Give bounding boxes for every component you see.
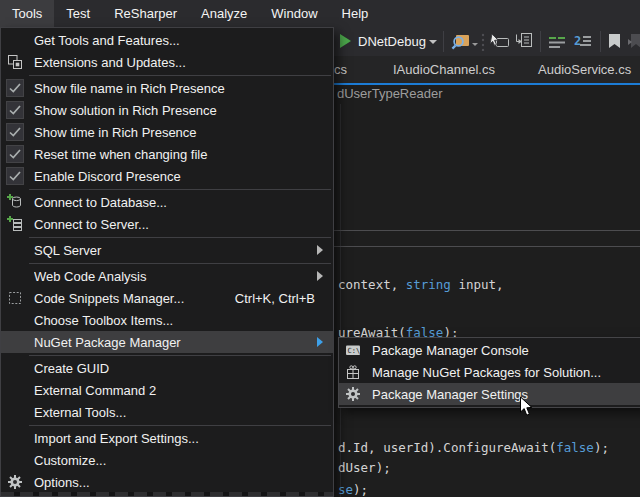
mouse-cursor: [519, 396, 534, 417]
toolbar-separator: [443, 31, 444, 52]
debug-target-dropdown[interactable]: DNetDebug: [358, 27, 426, 56]
tools-menu-item-extensions-and-updates[interactable]: Extensions and Updates...: [1, 51, 333, 73]
tools-menu-separator: [29, 237, 331, 238]
code-line: dUser);: [338, 460, 391, 476]
find-caret-icon[interactable]: [472, 43, 478, 46]
menu-item-label: Web Code Analysis: [34, 269, 317, 284]
menu-item-label: Connect to Database...: [34, 195, 329, 210]
menu-item-label: Enable Discord Presence: [34, 169, 329, 184]
empty-icon-slot: [5, 429, 25, 447]
indent-lines-icon[interactable]: [548, 35, 566, 53]
menu-item-label: Show file name in Rich Presence: [34, 81, 329, 96]
menu-item-label: Extensions and Updates...: [34, 55, 329, 70]
menubar-item-resharper[interactable]: ReSharper: [102, 0, 189, 27]
tools-menu-item-code-snippets-manager[interactable]: Code Snippets Manager...Ctrl+K, Ctrl+B: [1, 287, 333, 309]
tools-menu-item-enable-discord-presence[interactable]: Enable Discord Presence: [1, 165, 333, 187]
check-icon: [6, 167, 24, 185]
navigate-to-icon[interactable]: [490, 34, 510, 53]
tools-menu-item-nuget-package-manager[interactable]: NuGet Package Manager: [1, 331, 333, 353]
server-add-icon: [5, 215, 25, 233]
menubar-item-test[interactable]: Test: [54, 0, 102, 27]
tools-menu-item-import-and-export-settings[interactable]: Import and Export Settings...: [1, 427, 333, 449]
menubar-item-help[interactable]: Help: [330, 0, 381, 27]
code-line: d.Id, userId).ConfigureAwait(false);: [338, 440, 609, 456]
tools-menu-item-choose-toolbox-items[interactable]: Choose Toolbox Items...: [1, 309, 333, 331]
breadcrumb[interactable]: dUserTypeReader: [337, 86, 443, 101]
empty-icon-slot: [5, 359, 25, 377]
check-icon: [6, 79, 24, 97]
nuget-submenu-item-manage-nuget-packages-for-solution[interactable]: Manage NuGet Packages for Solution...: [339, 361, 640, 383]
tools-menu-item-reset-time-when-changing-file[interactable]: Reset time when changing file: [1, 143, 333, 165]
dropdown-caret-icon[interactable]: [429, 40, 437, 44]
check-icon: [6, 101, 24, 119]
toolbar-separator: [600, 31, 601, 52]
format-document-icon[interactable]: 2: [574, 34, 592, 52]
tools-menu-separator: [29, 425, 331, 426]
tab-iaudiochannel-cs[interactable]: IAudioChannel.cs: [393, 56, 495, 83]
nuget-package-icon: [343, 363, 363, 381]
svg-text:C:\: C:\: [348, 347, 361, 355]
tools-menu-item-show-file-name-in-rich-presence[interactable]: Show file name in Rich Presence: [1, 77, 333, 99]
copy-code-lines-icon[interactable]: [514, 32, 533, 53]
empty-icon-slot: [5, 403, 25, 421]
empty-icon-slot: [5, 31, 25, 49]
nuget-submenu-item-package-manager-settings[interactable]: Package Manager Settings: [339, 383, 640, 405]
editor-margin-line: [340, 104, 341, 497]
code-keyword: se: [338, 482, 353, 497]
code-line: se);: [338, 482, 368, 497]
find-in-files-icon[interactable]: [451, 33, 470, 54]
run-icon[interactable]: [340, 34, 351, 48]
empty-icon-slot: [5, 381, 25, 399]
code-text: );: [353, 482, 368, 497]
menu-item-label: Reset time when changing file: [34, 147, 329, 162]
tools-menu-item-customize[interactable]: Customize...: [1, 449, 333, 471]
submenu-arrow-icon: [317, 245, 324, 255]
menu-item-label: Customize...: [34, 453, 329, 468]
tools-menu-item-web-code-analysis[interactable]: Web Code Analysis: [1, 265, 333, 287]
snippets-icon: [5, 289, 25, 307]
tools-menu-item-show-solution-in-rich-presence[interactable]: Show solution in Rich Presence: [1, 99, 333, 121]
tab-audioservice-cs[interactable]: AudioService.cs: [538, 56, 631, 83]
code-text: input,: [451, 277, 504, 292]
tools-menu-separator: [29, 189, 331, 190]
menu-bar: ToolsTestReSharperAnalyzeWindowHelp: [0, 0, 640, 27]
menu-item-label: Create GUID: [34, 361, 329, 376]
menu-item-label: NuGet Package Manager: [34, 335, 317, 350]
tools-menu-item-get-tools-and-features[interactable]: Get Tools and Features...: [1, 29, 333, 51]
tools-menu: Get Tools and Features...Extensions and …: [0, 27, 334, 497]
bookmark-disabled-icon[interactable]: [628, 33, 640, 53]
gear-icon: [5, 473, 25, 491]
tools-menu-item-connect-to-server[interactable]: Connect to Server...: [1, 213, 333, 235]
check-icon: [6, 145, 24, 163]
tools-menu-item-create-guid[interactable]: Create GUID: [1, 357, 333, 379]
tools-menu-item-external-command-2[interactable]: External Command 2: [1, 379, 333, 401]
menu-item-label: External Tools...: [34, 405, 329, 420]
debug-target-label: DNetDebug: [358, 34, 426, 49]
menu-item-label: Get Tools and Features...: [34, 33, 329, 48]
menu-item-label: Code Snippets Manager...: [34, 291, 235, 306]
empty-icon-slot: [5, 333, 25, 351]
check-icon: [6, 123, 24, 141]
menu-item-shortcut: Ctrl+K, Ctrl+B: [235, 291, 315, 306]
tools-menu-item-connect-to-database[interactable]: Connect to Database...: [1, 191, 333, 213]
menubar-item-window[interactable]: Window: [259, 0, 329, 27]
code-text: dUser);: [338, 460, 391, 475]
code-keyword: string: [406, 277, 451, 292]
menubar-item-tools[interactable]: Tools: [0, 0, 54, 27]
tools-menu-item-show-time-in-rich-presence[interactable]: Show time in Rich Presence: [1, 121, 333, 143]
tools-menu-item-external-tools[interactable]: External Tools...: [1, 401, 333, 423]
tools-menu-item-options[interactable]: Options...: [1, 471, 333, 493]
code-text: );: [594, 440, 609, 455]
code-editor[interactable]: context, string input,ureAwait(false);d.…: [334, 104, 640, 497]
nuget-submenu-item-package-manager-console[interactable]: C:\Package Manager Console: [339, 339, 640, 361]
menu-item-label: Choose Toolbox Items...: [34, 313, 329, 328]
empty-icon-slot: [5, 311, 25, 329]
tools-menu-item-sql-server[interactable]: SQL Server: [1, 239, 333, 261]
menubar-item-analyze[interactable]: Analyze: [189, 0, 259, 27]
submenu-arrow-icon: [317, 337, 324, 347]
bookmark-icon[interactable]: [608, 33, 621, 53]
tab-cs[interactable]: cs: [334, 56, 347, 83]
menu-item-label: Show time in Rich Presence: [34, 125, 329, 140]
nuget-submenu: C:\Package Manager ConsoleManage NuGet P…: [338, 337, 640, 408]
vs-window: DNetDebug 2 csIAudioChanne: [0, 0, 640, 497]
